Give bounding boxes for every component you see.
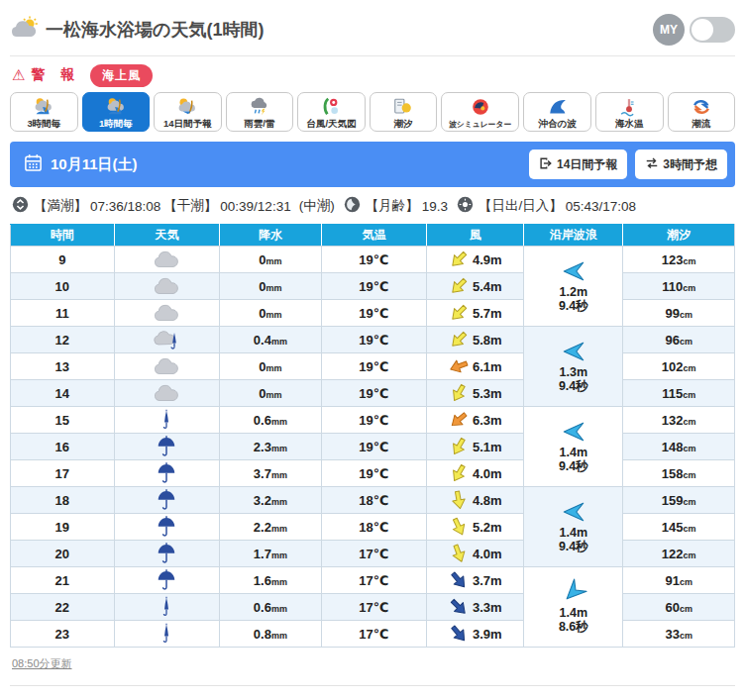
tab-sun-cloud-wave-0[interactable]: 3時間毎 [10,92,78,132]
umbrella-open-icon [156,542,177,565]
umbrella-open-icon [156,461,177,485]
tab-typhoon-map-4[interactable]: 台風/天気図 [297,92,366,132]
moon-phase-icon [338,196,363,216]
table-body: 90mm19℃4.9m1.2m9.4秒123cm100mm19℃5.4m110c… [11,247,735,648]
coastal-wave-cell: 1.4m8.6秒 [524,567,623,648]
tab-wave-simulator-6[interactable]: 波シミュレーター [441,92,519,132]
coastal-wave-cell: 1.4m9.4秒 [524,487,623,567]
coastal-wave-cell: 1.4m9.4秒 [524,407,623,487]
forecast-row-21: 211.6mm17℃3.7m1.4m8.6秒91cm [11,567,735,594]
my-toggle-switch[interactable] [690,17,735,43]
weather-cell [114,434,220,460]
temp-cell: 17℃ [321,541,427,567]
tab-offshore-wave-7[interactable]: 沖合の波 [523,92,591,132]
weather-cell [114,541,220,567]
precip-cell: 0.8mm [220,621,321,648]
my-badge[interactable]: MY [653,14,685,46]
table-header-row: 時間天気降水気温風沿岸波浪潮汐 [11,225,735,247]
hour-cell: 18 [11,487,115,514]
weather-cell [114,327,220,353]
high-tide-times: 07:36/18:08 [90,199,160,214]
temp-cell: 18℃ [321,487,427,514]
wind-direction-arrow-icon [447,488,470,511]
tab-sun-cloud-wave-1[interactable]: 1時間毎 [82,92,151,132]
tide-level-cell: 102cm [623,353,735,380]
temp-cell: 17℃ [321,621,427,648]
title-weather-icon [10,16,40,44]
wind-cell: 5.8m [427,327,524,353]
hour-cell: 16 [11,434,115,460]
export-icon [539,156,553,173]
header-divider [10,55,735,56]
sun-cloud-wave-icon [105,96,127,118]
tab-label: 沖合の波 [539,118,577,131]
hour-cell: 11 [11,300,115,327]
tide-calendar-icon [392,96,414,118]
forecast-row-22: 220.6mm17℃3.3m60cm [11,594,735,621]
tide-level-cell: 99cm [623,300,735,327]
sun-label: 【日出/日入】 [479,197,563,215]
forecast-row-12: 120.4mm19℃5.8m1.3m9.4秒96cm [11,327,735,353]
tab-label: 潮汐 [394,118,413,131]
tab-sun-cloud-2[interactable]: 14日間予報 [154,92,222,132]
weather-cell [114,514,220,541]
weather-cell [114,621,220,648]
hour-cell: 19 [11,514,115,541]
tab-label: 3時間毎 [27,118,60,131]
weather-cell [114,353,220,380]
forecast-row-16: 162.3mm19℃5.1m148cm [11,434,735,460]
umbrella-open-icon [156,515,177,539]
warning-link[interactable]: ⚠ 警 報 [12,66,80,84]
rain-cloud-icon [249,96,270,118]
sunrise-sunset-icon [451,196,476,216]
tab-rain-cloud-3[interactable]: 雨雲/雷 [226,92,294,132]
column-header: 沿岸波浪 [524,225,623,247]
button-14day-label: 14日間予報 [557,156,617,173]
wave-direction-arrow-icon [562,259,585,283]
tide-level-cell: 60cm [623,594,735,621]
sun-cloud-icon [176,96,198,118]
precip-cell: 0.4mm [220,327,321,353]
temp-cell: 19℃ [321,327,427,353]
temp-cell: 19℃ [321,300,427,327]
sea-thermometer-icon [618,96,640,118]
updated-time-link[interactable]: 08:50分更新 [12,656,72,671]
precip-cell: 0mm [220,247,321,273]
hour-cell: 10 [11,273,115,300]
precip-cell: 2.3mm [220,434,321,460]
wind-cell: 4.0m [427,460,524,487]
tide-phase: (中潮) [299,197,335,215]
wind-direction-arrow-icon [445,326,473,353]
wind-direction-arrow-icon [446,541,472,566]
wave-direction-arrow-icon [557,575,590,609]
wind-cell: 3.9m [427,621,524,648]
page-header: 一松海水浴場の天気(1時間) MY [10,8,735,51]
tide-level-cell: 148cm [623,434,735,460]
wind-direction-arrow-icon [445,433,472,459]
hour-cell: 22 [11,594,115,621]
temp-cell: 17℃ [321,567,427,594]
coastal-wave-cell: 1.2m9.4秒 [524,247,623,327]
tab-tide-calendar-5[interactable]: 潮汐 [370,92,438,132]
hour-cell: 23 [11,621,115,648]
calendar-icon [24,153,43,176]
tab-sea-thermometer-8[interactable]: 海水温 [595,92,664,132]
wind-direction-arrow-icon [445,406,473,434]
wave-direction-arrow-icon [562,340,585,363]
tab-label: 1時間毎 [99,118,133,131]
wave-period: 9.4秒 [559,299,588,313]
cloud-rain-icon [152,329,181,351]
wind-direction-arrow-icon [445,593,473,621]
temp-cell: 19℃ [321,273,427,300]
weather-cell [114,273,220,300]
forecast-row-18: 183.2mm18℃4.8m1.4m9.4秒159cm [11,487,735,514]
button-3hour-forecast[interactable]: 3時間予想 [635,150,727,179]
tide-level-cell: 33cm [623,621,735,648]
wave-period: 9.4秒 [559,379,588,393]
button-14day-forecast[interactable]: 14日間予報 [529,150,627,179]
forecast-row-15: 150.6mm19℃6.3m1.4m9.4秒132cm [11,407,735,434]
tab-sea-current-9[interactable]: 潮流 [668,92,736,132]
wave-height: 1.3m [560,365,588,379]
sea-wind-badge[interactable]: 海上風 [90,64,153,87]
sun-times: 05:43/17:08 [566,199,636,214]
